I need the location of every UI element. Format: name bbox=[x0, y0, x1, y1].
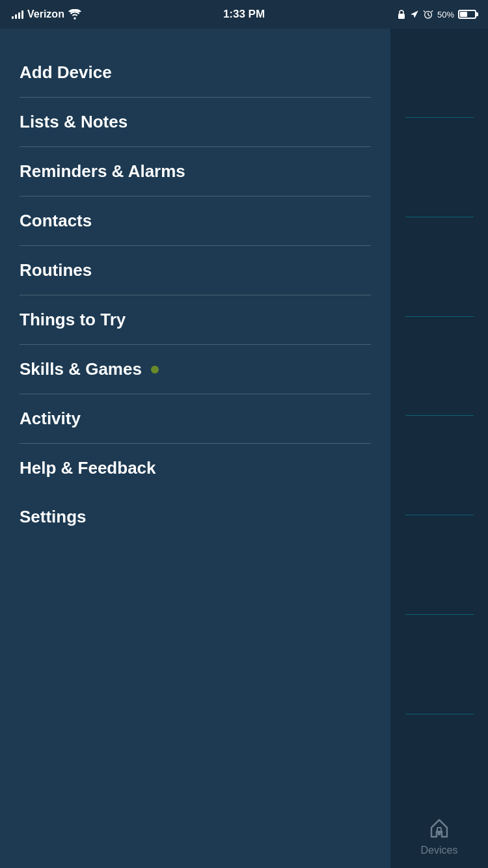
wifi-icon bbox=[68, 9, 81, 20]
menu-item-label-contacts: Contacts bbox=[20, 211, 92, 231]
menu-item-settings[interactable]: Settings bbox=[0, 493, 390, 541]
right-divider-5 bbox=[405, 515, 474, 515]
battery-icon bbox=[458, 10, 476, 19]
devices-home-icon bbox=[426, 815, 452, 841]
right-divider-1 bbox=[405, 117, 474, 118]
menu-item-contacts[interactable]: Contacts bbox=[0, 197, 390, 245]
menu-item-label-settings: Settings bbox=[20, 507, 87, 527]
menu-item-add-device[interactable]: Add Device bbox=[0, 48, 390, 97]
menu-item-label-things-to-try: Things to Try bbox=[20, 310, 126, 330]
signal-bars-icon bbox=[12, 10, 23, 19]
right-panel-lines bbox=[390, 29, 488, 803]
devices-tab[interactable]: Devices bbox=[390, 803, 488, 868]
right-panel: Devices bbox=[390, 29, 488, 868]
menu-item-label-add-device: Add Device bbox=[20, 62, 112, 83]
right-divider-4 bbox=[405, 415, 474, 416]
menu-item-label-reminders-alarms: Reminders & Alarms bbox=[20, 161, 185, 182]
menu-item-reminders-alarms[interactable]: Reminders & Alarms bbox=[0, 147, 390, 196]
notification-dot-skills-games bbox=[151, 366, 159, 373]
menu-item-activity[interactable]: Activity bbox=[0, 394, 390, 443]
menu-item-label-activity: Activity bbox=[20, 409, 81, 429]
menu-item-lists-notes[interactable]: Lists & Notes bbox=[0, 98, 390, 146]
menu-item-label-help-feedback: Help & Feedback bbox=[20, 458, 156, 478]
carrier-label: Verizon bbox=[27, 8, 64, 20]
menu-item-things-to-try[interactable]: Things to Try bbox=[0, 295, 390, 344]
status-left: Verizon bbox=[12, 8, 81, 20]
svg-rect-0 bbox=[398, 14, 405, 19]
battery-percent: 50% bbox=[437, 10, 454, 20]
status-time: 1:33 PM bbox=[223, 8, 265, 21]
main-layout: Add DeviceLists & NotesReminders & Alarm… bbox=[0, 29, 488, 868]
menu-panel: Add DeviceLists & NotesReminders & Alarm… bbox=[0, 29, 390, 868]
right-divider-7 bbox=[405, 714, 474, 714]
menu-item-routines[interactable]: Routines bbox=[0, 246, 390, 295]
lock-icon bbox=[397, 9, 406, 20]
alarm-icon bbox=[423, 9, 433, 20]
location-icon bbox=[410, 10, 419, 19]
status-bar: Verizon 1:33 PM 50% bbox=[0, 0, 488, 29]
menu-item-skills-games[interactable]: Skills & Games bbox=[0, 345, 390, 394]
menu-item-label-skills-games: Skills & Games bbox=[20, 359, 142, 379]
status-right: 50% bbox=[397, 9, 476, 20]
right-divider-3 bbox=[405, 316, 474, 317]
menu-item-label-routines: Routines bbox=[20, 260, 92, 280]
devices-tab-label: Devices bbox=[421, 845, 458, 856]
right-divider-2 bbox=[405, 217, 474, 217]
right-divider-6 bbox=[405, 614, 474, 615]
menu-item-label-lists-notes: Lists & Notes bbox=[20, 112, 128, 132]
menu-item-help-feedback[interactable]: Help & Feedback bbox=[0, 444, 390, 493]
